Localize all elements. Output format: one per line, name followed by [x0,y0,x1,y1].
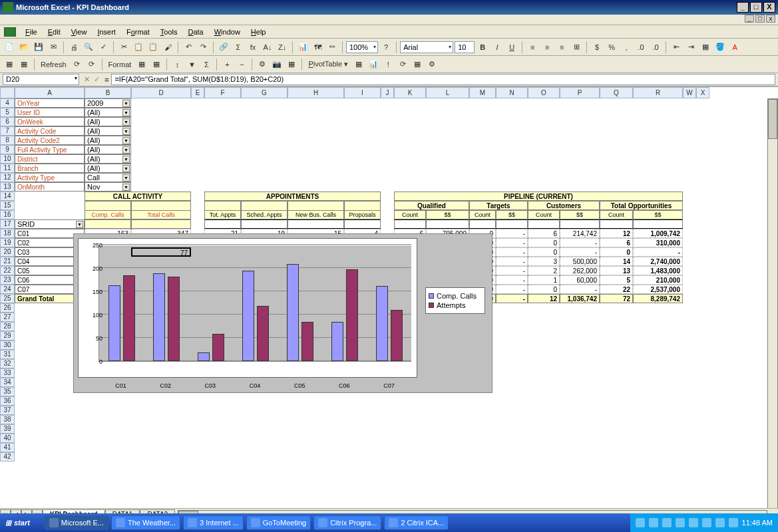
tray-icon[interactable] [636,518,645,527]
cell-N25[interactable]: - [496,294,528,303]
cell-R24[interactable]: 2,537,000 [633,285,683,294]
ungroup-icon[interactable]: ▦ [150,58,163,71]
camera-icon[interactable]: 📷 [270,58,284,71]
cell-K14[interactable]: PIPELINE (CURRENT) [394,192,683,201]
cell-A13[interactable]: OnMonth [15,182,85,192]
cell-P16[interactable]: $$ [560,210,600,219]
misc2-icon[interactable]: ▦ [285,58,298,71]
format-painter-icon[interactable]: 🖌 [161,41,174,54]
paste-icon[interactable]: 📋 [146,41,160,54]
col-header-B[interactable]: B [85,87,131,98]
col-header-E[interactable]: E [191,87,204,98]
cell-Q22[interactable]: 13 [600,266,633,275]
currency-icon[interactable]: $ [590,41,604,54]
name-box[interactable]: D20 [3,74,79,85]
cell-P25[interactable]: 1,036,742 [560,294,600,303]
inc-indent-icon[interactable]: ⇥ [684,41,697,54]
cell-B17[interactable] [85,219,131,229]
cell-Q21[interactable]: 14 [600,257,633,266]
cell-A12[interactable]: Activity Type [15,173,85,182]
tray-icon[interactable] [662,518,672,527]
preview-icon[interactable]: 🔍 [82,41,95,54]
pivot-hide-icon[interactable]: ! [381,58,395,71]
pivot-settings-icon[interactable]: ⚙ [425,58,439,71]
cell-M17[interactable] [469,219,496,229]
cell-O18[interactable]: 6 [528,229,560,238]
cell-Q24[interactable]: 22 [600,285,633,294]
row-header-21[interactable]: 21 [0,257,15,266]
restore-button[interactable]: □ [750,2,762,13]
cell-R21[interactable]: 2,740,000 [633,257,683,266]
cell-A4[interactable]: OnYear [15,98,85,108]
cell-O24[interactable]: 0 [528,285,560,294]
row-header-15[interactable]: 15 [0,201,15,210]
close-button[interactable]: X [763,2,775,13]
row-header-26[interactable]: 26 [0,303,15,313]
cell-O22[interactable]: 2 [528,266,560,275]
row-header-39[interactable]: 39 [0,424,15,434]
row-header-13[interactable]: 13 [0,182,15,192]
bold-icon[interactable]: B [476,41,489,54]
col-header-N[interactable]: N [496,87,528,98]
pivot-icon-1[interactable]: ▦ [3,58,16,71]
tray-icon[interactable] [676,518,685,527]
cell-Q15[interactable]: Total Opportunities [600,201,683,210]
cell-O20[interactable]: 0 [528,247,560,257]
row-header-34[interactable]: 34 [0,378,15,387]
row-header-28[interactable]: 28 [0,322,15,331]
cell-N18[interactable]: - [496,229,528,238]
group-icon[interactable]: ▦ [135,58,148,71]
cell-R22[interactable]: 1,483,000 [633,266,683,275]
sort-icon[interactable]: ↕ [170,58,184,71]
drawing-icon[interactable]: ✏ [325,41,339,54]
menu-tools[interactable]: Tools [155,27,183,37]
row-header-41[interactable]: 41 [0,443,15,452]
col-header-O[interactable]: O [528,87,560,98]
menu-edit[interactable]: Edit [43,27,66,37]
col-header-L[interactable]: L [426,87,469,98]
row-header-18[interactable]: 18 [0,229,15,238]
cell-P20[interactable]: - [560,247,600,257]
cell-Q25[interactable]: 72 [600,294,633,303]
row-header-14[interactable]: 14 [0,192,15,201]
cell-G17[interactable] [241,219,288,229]
sort-asc-icon[interactable]: A↓ [261,41,274,54]
cell-D16[interactable]: Total Calls [131,210,191,219]
pivot-refresh-icon[interactable]: ⟳ [396,58,409,71]
hide-detail-icon[interactable]: − [235,58,248,71]
row-header-42[interactable]: 42 [0,452,15,462]
doc-restore-button[interactable]: □ [755,15,765,23]
fx-icon[interactable]: = [102,76,111,84]
start-button[interactable]: ⊞ start [0,513,39,532]
cell-P23[interactable]: 60,000 [560,275,600,285]
filter-Full-Activity-Type[interactable]: (All)▼ [85,145,131,154]
cell-O23[interactable]: 1 [528,275,560,285]
col-header-G[interactable]: G [241,87,288,98]
font-color-icon[interactable]: A [728,41,741,54]
row-header-12[interactable]: 12 [0,173,15,182]
menu-insert[interactable]: Insert [92,27,121,37]
row-header-24[interactable]: 24 [0,285,15,294]
borders-icon[interactable]: ▦ [699,41,712,54]
print-icon[interactable]: 🖨 [67,41,81,54]
misc-icon[interactable]: ⚙ [256,58,269,71]
spell-icon[interactable]: ✓ [97,41,110,54]
row-header-36[interactable]: 36 [0,396,15,406]
menu-format[interactable]: Format [121,27,155,37]
cell-B16[interactable]: Comp. Calls [85,210,131,219]
minimize-button[interactable]: _ [737,2,749,13]
filter-OnYear[interactable]: 2009▼ [85,98,131,108]
row-header-10[interactable]: 10 [0,154,15,164]
doc-minimize-button[interactable]: _ [745,15,754,23]
cell-K17[interactable] [394,219,426,229]
cell-Q16[interactable]: Count [600,210,633,219]
help-icon[interactable]: ? [379,41,393,54]
cell-N21[interactable]: - [496,257,528,266]
align-center-icon[interactable]: ≡ [540,41,554,54]
cell-P19[interactable]: - [560,238,600,247]
align-left-icon[interactable]: ≡ [526,41,539,54]
formula-input[interactable]: =IF(A20="Grand Total", SUM(D$18:D19), B2… [111,74,775,85]
menu-file[interactable]: File [20,27,43,37]
fill-color-icon[interactable]: 🪣 [713,41,727,54]
undo-icon[interactable]: ↶ [182,41,195,54]
